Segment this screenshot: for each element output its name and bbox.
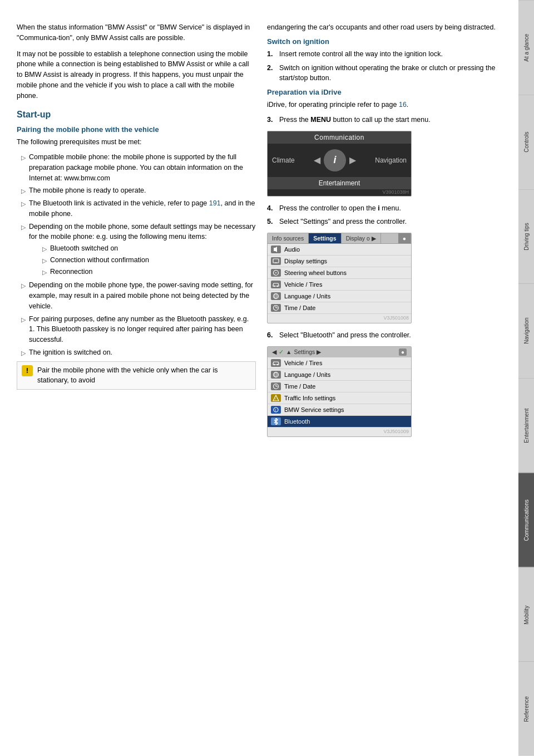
svg-rect-0	[273, 259, 279, 263]
list-item: 3. Press the MENU button to call up the …	[267, 115, 502, 125]
language-icon	[271, 371, 281, 379]
tab-navigation[interactable]: Navigation	[518, 283, 534, 378]
sub-list-item: ▷ Reconnection	[38, 267, 256, 277]
idrive-steps-bt: 6. Select "Bluetooth" and press the cont…	[267, 330, 502, 341]
tab-display[interactable]: Display o ▶	[342, 233, 381, 243]
settings2-item-language: Language / Units	[268, 369, 411, 381]
bmw-service-icon: i	[271, 406, 281, 414]
step-number: 6.	[267, 330, 276, 341]
settings2-item-bluetooth: Bluetooth	[268, 416, 411, 428]
sub-list-item: ▷ Connection without confirmation	[38, 255, 256, 266]
prerequisites-intro: The following prerequisites must be met:	[17, 137, 256, 148]
idrive-climate-label: Climate	[272, 156, 295, 164]
intro-para-1: When the status information "BMW Assist"…	[17, 22, 256, 43]
tab-reference[interactable]: Reference	[518, 661, 534, 756]
list-item: 4. Press the controller to open the i me…	[267, 203, 502, 214]
sub-list-item: ▷ Bluetooth switched on	[38, 243, 256, 254]
settings2-header: ◀ ✓ ▲ Settings ▶ ●	[268, 347, 411, 357]
settings2-item-label: BMW Service settings	[284, 406, 344, 413]
settings-tab-bar: Info sources Settings Display o ▶ ●	[268, 233, 411, 244]
tab-at-a-glance[interactable]: At a glance	[518, 0, 534, 95]
idrive-steps-list: 3. Press the MENU button to call up the …	[267, 115, 502, 125]
settings-item-language: Language / Units	[268, 291, 411, 302]
settings-item-label: Audio	[284, 246, 300, 253]
list-item: ▷ For pairing purposes, define any numbe…	[17, 314, 256, 345]
tab-info-sources[interactable]: Info sources	[268, 233, 309, 243]
tab-communications[interactable]: Communications	[518, 473, 534, 567]
settings2-item-time: Time / Date	[268, 381, 411, 392]
tab-dots[interactable]: ●	[398, 233, 411, 243]
bullet-arrow-icon: ▷	[42, 268, 47, 277]
idrive-arrow-left-icon: ◀	[314, 155, 320, 165]
ignition-steps-list: 1. Insert remote control all the way int…	[267, 49, 502, 84]
section-heading-startup: Start-up	[17, 110, 256, 120]
bullet-arrow-icon: ▷	[21, 223, 26, 232]
list-item: 6. Select "Bluetooth" and press the cont…	[267, 330, 502, 341]
step-number: 3.	[267, 115, 276, 125]
steering-icon	[271, 269, 281, 277]
list-item: ▷ The ignition is switched on.	[17, 347, 256, 358]
warning-continue: endangering the car's occupants and othe…	[267, 22, 502, 33]
audio-icon	[271, 246, 281, 253]
settings-item-steering: Steering wheel buttons	[268, 267, 411, 279]
bluetooth-icon	[271, 418, 281, 425]
tab-settings[interactable]: Settings	[309, 233, 341, 243]
settings2-dots: ●	[399, 348, 407, 356]
bullet-text: Depending on the mobile phone type, the …	[29, 280, 256, 311]
clock-icon	[271, 382, 281, 390]
left-column: When the status information "BMW Assist"…	[17, 22, 256, 734]
clock-icon	[271, 304, 281, 312]
idrive-arrow-right-icon: ▶	[349, 155, 356, 165]
traffic-icon: !	[271, 394, 281, 402]
tab-driving-tips[interactable]: Driving tips	[518, 189, 534, 284]
list-item: ▷ The mobile phone is ready to operate.	[17, 185, 256, 196]
idrive-center-icon: i	[324, 149, 346, 171]
idrive-top-bar: Communication	[268, 131, 411, 144]
settings-item-label: Language / Units	[284, 293, 330, 300]
bullet-list: ▷ Compatible mobile phone: the mobile ph…	[17, 152, 256, 358]
svg-point-7	[275, 294, 277, 299]
bullet-arrow-icon: ▷	[42, 244, 47, 254]
svg-point-13	[274, 372, 279, 377]
svg-point-4	[274, 286, 275, 287]
settings-screen: Info sources Settings Display o ▶ ● Audi…	[267, 233, 412, 323]
bullet-arrow-icon: ▷	[21, 315, 26, 325]
checkmark-icon: ✓	[279, 348, 284, 355]
step-number: 5.	[267, 217, 276, 227]
tab-mobility[interactable]: Mobility	[518, 567, 534, 662]
settings-item-display: Display settings	[268, 256, 411, 267]
bluetooth-settings-screen: ◀ ✓ ▲ Settings ▶ ● Vehicle / Tires	[267, 346, 412, 437]
settings-item-label: Steering wheel buttons	[284, 269, 347, 276]
idrive-intro: iDrive, for operating principle refer to…	[267, 100, 502, 110]
step-text: Switch on ignition without operating the…	[279, 63, 502, 84]
step-number: 1.	[267, 49, 276, 60]
bullet-text: Depending on the mobile phone, some defa…	[29, 222, 256, 278]
settings2-item-vehicle: Vehicle / Tires	[268, 357, 411, 369]
idrive-bottom-bar: Entertainment	[268, 177, 411, 189]
bullet-text: The Bluetooth link is activated in the v…	[29, 198, 256, 219]
sub-bullet-text: Bluetooth switched on	[50, 243, 118, 254]
bullet-arrow-icon: ▷	[21, 348, 26, 358]
idrive-navigation-label: Navigation	[375, 156, 407, 164]
svg-point-5	[277, 286, 278, 287]
vehicle-icon	[271, 359, 281, 367]
warning-text: Pair the mobile phone with the vehicle o…	[37, 365, 251, 386]
svg-point-14	[275, 372, 277, 377]
idrive-middle: Climate ◀ i ▶ Navigation	[268, 144, 411, 177]
list-item: 1. Insert remote control all the way int…	[267, 49, 502, 60]
bullet-arrow-icon: ▷	[42, 256, 47, 266]
svg-point-11	[274, 364, 275, 365]
settings2-item-label: Vehicle / Tires	[284, 360, 322, 366]
settings2-item-label: Traffic Info settings	[284, 395, 335, 401]
svg-text:!: !	[275, 397, 276, 401]
tab-entertainment[interactable]: Entertainment	[518, 378, 534, 473]
sub-heading-pairing: Pairing the mobile phone with the vehicl…	[17, 125, 256, 134]
settings2-item-label: Bluetooth	[284, 418, 310, 425]
bullet-arrow-icon: ▷	[21, 281, 26, 291]
list-item: ▷ Depending on the mobile phone type, th…	[17, 280, 256, 311]
idrive-screen: Communication Climate ◀ i ▶ Navigation E…	[267, 131, 412, 197]
settings-item-label: Vehicle / Tires	[284, 281, 322, 288]
vehicle-icon	[271, 281, 281, 288]
tab-controls[interactable]: Controls	[518, 95, 534, 189]
watermark: V3J501008	[268, 314, 411, 322]
